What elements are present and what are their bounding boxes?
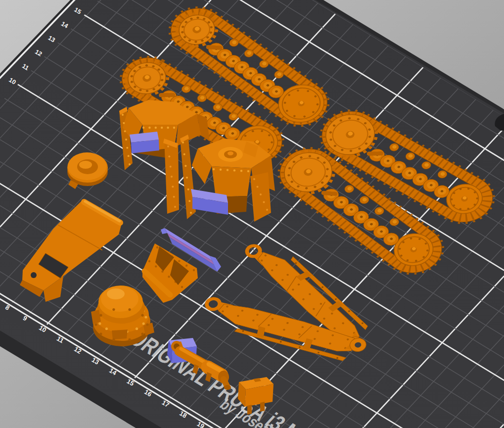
- slicer-3d-viewport[interactable]: 8910111213141516171819151413121110ORIGIN…: [0, 0, 504, 428]
- plater-scene-canvas[interactable]: 8910111213141516171819151413121110ORIGIN…: [0, 0, 504, 428]
